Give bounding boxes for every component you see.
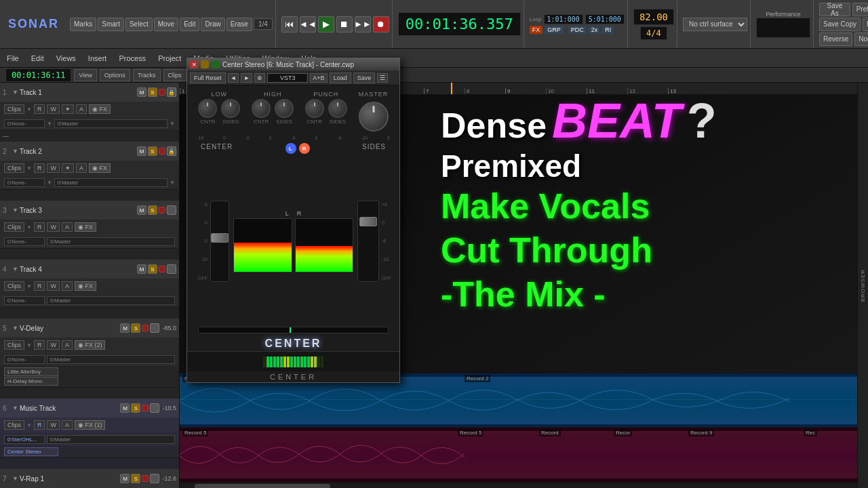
- mute-btn-1[interactable]: M: [137, 87, 146, 97]
- preset-arrow-right[interactable]: ►: [241, 73, 252, 83]
- mute-btn-7[interactable]: M: [120, 474, 130, 483]
- clips-select-2[interactable]: Clips: [4, 163, 24, 173]
- pdc-btn[interactable]: PDC: [568, 26, 587, 34]
- save-as-btn[interactable]: Save As: [819, 3, 850, 16]
- w-btn-3[interactable]: W: [47, 222, 60, 232]
- sides-fader-thumb[interactable]: [359, 217, 377, 226]
- bounce-btn[interactable]: Bounce: [863, 18, 868, 31]
- master-select-1[interactable]: ⊙Master: [54, 119, 167, 128]
- mute-btn-5[interactable]: M: [120, 323, 130, 333]
- scrollbar-thumb[interactable]: [195, 484, 330, 489]
- plugin-close-btn[interactable]: ✕: [190, 60, 198, 68]
- preset-arrow-left[interactable]: ◄: [228, 73, 239, 83]
- ctrl-surface-select[interactable]: No ctrl surface: [683, 18, 747, 31]
- none-select-3[interactable]: ⊙None-: [4, 237, 45, 246]
- arm-btn-5[interactable]: [142, 325, 149, 331]
- insert-5b[interactable]: H-Delay Mono: [4, 377, 58, 386]
- sterohl-select-6[interactable]: ⊙SterOHL...: [4, 435, 45, 444]
- edit-btn[interactable]: Edit: [180, 18, 199, 31]
- clips-select-1[interactable]: Clips: [4, 104, 24, 114]
- lock-btn-7[interactable]: [150, 474, 159, 483]
- browser-panel[interactable]: BROWSER: [857, 83, 868, 488]
- solo-btn-7[interactable]: S: [131, 474, 140, 483]
- next-btn[interactable]: ►►: [355, 16, 371, 33]
- a-btn-3[interactable]: A: [62, 222, 73, 232]
- sides-fader-track[interactable]: [357, 201, 379, 282]
- r-btn-2[interactable]: R: [34, 163, 45, 173]
- solo-btn-4[interactable]: S: [148, 264, 157, 274]
- lock-btn-2[interactable]: 🔒: [167, 146, 176, 156]
- punch-cntr-knob[interactable]: [305, 99, 324, 118]
- lr-l-btn[interactable]: L: [285, 143, 296, 154]
- marks-btn[interactable]: Marks: [70, 18, 96, 31]
- 2x-btn[interactable]: 2x: [589, 26, 601, 34]
- high-sides-knob[interactable]: [275, 99, 294, 118]
- plugin-min-btn[interactable]: [201, 60, 209, 68]
- master-select-4[interactable]: ⊙Master: [47, 296, 175, 305]
- master-select-6[interactable]: ⊙Master: [47, 435, 175, 444]
- solo-btn-6[interactable]: S: [131, 403, 140, 413]
- preset-add[interactable]: ⊕: [254, 73, 265, 83]
- clips-select-4[interactable]: Clips: [4, 281, 24, 291]
- h-scrollbar[interactable]: [180, 482, 868, 488]
- w-btn-2[interactable]: W: [47, 163, 60, 173]
- r-btn-3[interactable]: R: [34, 222, 45, 232]
- fx-btn-5[interactable]: ◉ FX (2): [75, 340, 106, 350]
- ri-btn[interactable]: RI: [602, 26, 614, 34]
- arm-btn-2[interactable]: [159, 148, 165, 155]
- lock-btn-6[interactable]: [150, 403, 159, 413]
- play-btn[interactable]: ▶: [318, 16, 334, 33]
- none-select-2[interactable]: ⊙None-: [4, 178, 45, 187]
- arm-btn-1[interactable]: [159, 89, 165, 96]
- a-btn-4[interactable]: A: [62, 281, 73, 291]
- high-cntr-knob[interactable]: [252, 99, 271, 118]
- tracks-btn[interactable]: Tracks: [133, 69, 161, 81]
- arm-btn-7[interactable]: [142, 475, 149, 482]
- view-btn[interactable]: View: [74, 69, 96, 81]
- options-btn[interactable]: Options: [100, 69, 130, 81]
- mute-btn-2[interactable]: M: [137, 146, 146, 156]
- save-btn[interactable]: Save: [353, 73, 376, 83]
- master-select-2[interactable]: ⊙Master: [54, 178, 167, 187]
- select-btn[interactable]: Select: [125, 18, 153, 31]
- tempo-display[interactable]: 82.00: [633, 9, 674, 25]
- stop-btn[interactable]: ⏹: [336, 16, 353, 33]
- star-btn-2[interactable]: ✦: [62, 163, 74, 173]
- menu-edit[interactable]: Edit: [27, 53, 48, 64]
- smart-btn[interactable]: Smart: [98, 18, 124, 31]
- mute-btn-4[interactable]: M: [137, 264, 146, 274]
- low-cntr-knob[interactable]: [198, 99, 217, 118]
- move-btn[interactable]: Move: [154, 18, 178, 31]
- fx-btn-2[interactable]: ◉ FX: [89, 163, 111, 173]
- fx-btn-3[interactable]: ◉ FX: [75, 222, 96, 232]
- draw-btn[interactable]: Draw: [201, 18, 224, 31]
- r-btn-4[interactable]: R: [34, 281, 45, 291]
- prev-btn[interactable]: ◄◄: [300, 16, 316, 33]
- lr-r-btn[interactable]: R: [299, 143, 310, 154]
- mute-btn-3[interactable]: M: [137, 205, 146, 215]
- erase-btn[interactable]: Erase: [226, 18, 252, 31]
- center-fader-thumb[interactable]: [211, 233, 229, 243]
- normalize-btn[interactable]: Normalize: [854, 33, 868, 46]
- save-copy-btn[interactable]: Save Copy: [819, 18, 861, 31]
- master-knob[interactable]: [359, 102, 389, 131]
- insert-5a[interactable]: Little AlterBoy: [4, 367, 58, 376]
- menu-file[interactable]: File: [3, 53, 23, 64]
- lock-btn-3[interactable]: [167, 205, 176, 215]
- fx-btn-1[interactable]: ◉ FX: [89, 104, 111, 114]
- ab-btn[interactable]: A+B: [310, 73, 327, 83]
- w-btn-4[interactable]: W: [47, 281, 60, 291]
- arm-btn-4[interactable]: [159, 266, 165, 272]
- solo-btn-1[interactable]: S: [148, 87, 157, 97]
- none-select-1[interactable]: ⊙None-: [4, 119, 45, 128]
- w-btn-6[interactable]: W: [47, 420, 60, 430]
- menu-process[interactable]: Process: [115, 53, 150, 64]
- fx-btn-grp[interactable]: FX: [530, 26, 543, 34]
- menu-project[interactable]: Project: [154, 53, 185, 64]
- insert-6a[interactable]: Center Stereo: [4, 447, 58, 456]
- r-btn-6[interactable]: R: [34, 420, 45, 430]
- punch-sides-knob[interactable]: [328, 99, 347, 118]
- star-btn-1[interactable]: ✦: [62, 104, 74, 114]
- plugin-menu-btn[interactable]: ☰: [377, 73, 388, 83]
- a-btn-5[interactable]: A: [62, 340, 73, 350]
